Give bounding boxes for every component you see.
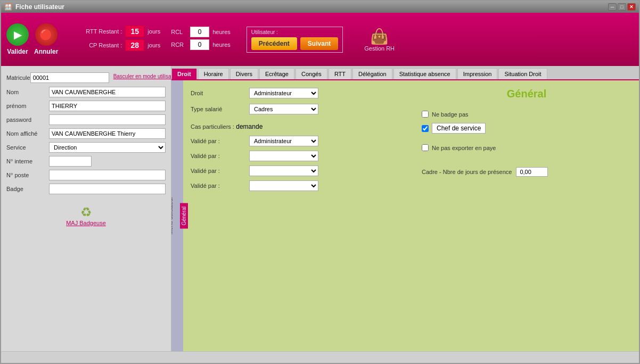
chef-service-checkbox[interactable] <box>422 125 429 132</box>
nom-label: Nom <box>6 89 49 95</box>
n-interne-input[interactable] <box>49 156 92 167</box>
prenom-input[interactable] <box>49 101 166 111</box>
valider-label: Valider <box>7 48 28 55</box>
rcr-label: RCR <box>171 42 187 48</box>
valide-par-3-row: Validé par : <box>191 166 400 176</box>
nom-affiche-row: Nom affiché <box>6 128 166 139</box>
utilisateur-label: Utilisateur : <box>251 29 338 35</box>
chef-service-label: Chef de service <box>437 125 481 132</box>
badge-row: Badge <box>6 184 166 194</box>
side-menu-utilisateur[interactable]: Menu utilisateur <box>171 194 175 238</box>
annuler-label: Annuler <box>34 48 58 55</box>
suivant-button[interactable]: Suivant <box>300 37 338 50</box>
maximize-button[interactable]: □ <box>618 3 626 11</box>
rcl-row: RCL 0 heures <box>171 27 231 37</box>
annuler-icon: 🔴 <box>35 23 58 46</box>
rtt-restant-label: RTT Restant : <box>74 28 122 35</box>
service-select[interactable]: Direction <box>49 142 166 153</box>
valider-button[interactable]: ▶ Valider <box>6 23 29 55</box>
valide-par-3-select[interactable] <box>249 166 318 176</box>
cas-particuliers-label: Cas particuliers : <box>191 123 234 130</box>
password-label: password <box>6 117 49 123</box>
tab-droit[interactable]: Droit <box>171 68 197 79</box>
main-content: Matricule Basculer en mode utilisateur N… <box>1 66 639 351</box>
n-poste-label: N° poste <box>6 172 49 178</box>
valide-par-4-row: Validé par : <box>191 180 400 191</box>
tab-divers[interactable]: Divers <box>230 68 258 79</box>
toolbar: ▶ Valider 🔴 Annuler RTT Restant : 15 jou… <box>1 13 639 66</box>
droit-select[interactable]: Administrateur <box>249 88 318 98</box>
tab-situation[interactable]: Situation Droit <box>498 68 547 79</box>
window-title: Fiche utilisateur <box>15 3 64 11</box>
valide-par-4-select[interactable] <box>249 180 318 191</box>
close-button[interactable]: ✕ <box>627 3 636 11</box>
password-input[interactable] <box>49 114 166 125</box>
annuler-button[interactable]: 🔴 Annuler <box>34 23 58 55</box>
ne-badge-pas-checkbox[interactable] <box>422 111 429 118</box>
service-row: Service Direction <box>6 142 166 153</box>
n-poste-input[interactable] <box>49 170 166 180</box>
type-salarie-select[interactable]: Cadres <box>249 104 318 114</box>
valide-par-2-select[interactable] <box>249 151 318 161</box>
droit-cols: Droit Administrateur Type salarié Cadres <box>191 88 631 195</box>
droit-left-col: Droit Administrateur Type salarié Cadres <box>191 88 400 195</box>
ne-pas-exporter-label: Ne pas exporter en paye <box>432 145 496 151</box>
type-salarie-label: Type salarié <box>191 106 249 112</box>
tab-rtt[interactable]: RTT <box>329 68 351 79</box>
matricule-row: Matricule Basculer en mode utilisateur <box>6 71 166 84</box>
valide-par-2-row: Validé par : <box>191 151 400 161</box>
cp-value: 28 <box>125 39 144 51</box>
nom-input[interactable] <box>49 87 166 97</box>
tab-impression[interactable]: Impression <box>457 68 498 79</box>
side-menu-general[interactable]: Général <box>180 203 188 229</box>
minimize-button[interactable]: ─ <box>608 3 617 11</box>
chef-service-row: Chef de service <box>422 123 631 134</box>
cadre-label: Cadre - Nbre de jours de présence <box>422 169 512 175</box>
rcl-value: 0 <box>190 27 209 37</box>
tab-ecretage[interactable]: Ecrêtage <box>259 68 294 79</box>
gestion-rh-icon: 👜 <box>370 28 389 45</box>
nom-affiche-input[interactable] <box>49 128 166 139</box>
maj-badgeuse-label: MAJ Badgeuse <box>66 220 106 226</box>
n-interne-label: N° interne <box>6 158 49 164</box>
tab-statistique[interactable]: Statistique absence <box>393 68 456 79</box>
n-poste-row: N° poste <box>6 170 166 180</box>
ne-pas-exporter-checkbox[interactable] <box>422 144 429 151</box>
matricule-label: Matricule <box>6 75 30 81</box>
maj-badgeuse[interactable]: ♻ MAJ Badgeuse <box>6 205 166 226</box>
badge-label: Badge <box>6 186 49 192</box>
rtt-section: RTT Restant : 15 jours CP Restant : 28 j… <box>74 26 160 53</box>
valide-par-1-select[interactable]: Administrateur <box>249 136 318 146</box>
cp-jours: jours <box>147 42 160 48</box>
cp-restant-row: CP Restant : 28 jours <box>74 39 160 51</box>
gestion-rh-label: Gestion RH <box>364 45 395 52</box>
rtt-value: 15 <box>125 26 144 37</box>
valide-par-4-label: Validé par : <box>191 183 249 189</box>
tab-delegation[interactable]: Délégation <box>352 68 392 79</box>
maj-badgeuse-icon: ♻ <box>80 205 92 220</box>
tab-conges[interactable]: Congés <box>296 68 327 79</box>
rtt-restant-row: RTT Restant : 15 jours <box>74 26 160 37</box>
utilisateur-box: Utilisateur : Précédent Suivant <box>247 27 343 53</box>
ne-badge-pas-label: Ne badge pas <box>432 111 469 118</box>
cadre-input[interactable] <box>516 167 548 177</box>
prenom-row: prénom <box>6 101 166 111</box>
valide-par-1-row: Validé par : Administrateur <box>191 136 400 146</box>
gestion-rh: 👜 Gestion RH <box>364 28 395 52</box>
precedent-button[interactable]: Précédent <box>251 37 297 50</box>
matricule-input[interactable] <box>30 72 109 83</box>
side-menu: Général Menu utilisateur <box>171 80 183 351</box>
valide-par-2-label: Validé par : <box>191 153 249 159</box>
title-bar-left: 🪟 Fiche utilisateur <box>4 3 64 11</box>
badge-input[interactable] <box>49 184 166 194</box>
basculer-link[interactable]: Basculer en mode utilisateur <box>113 73 180 79</box>
rcr-heures: heures <box>212 42 231 48</box>
tab-content: Général Menu utilisateur Droit Administr… <box>171 80 639 351</box>
type-salarie-row: Type salarié Cadres <box>191 104 400 114</box>
tab-horaire[interactable]: Horaire <box>198 68 229 79</box>
valider-icon: ▶ <box>6 23 29 46</box>
nom-row: Nom <box>6 87 166 97</box>
droit-field-label: Droit <box>191 90 249 96</box>
nom-affiche-label: Nom affiché <box>6 130 49 137</box>
cas-particuliers-row: Cas particuliers : demande <box>191 123 400 130</box>
